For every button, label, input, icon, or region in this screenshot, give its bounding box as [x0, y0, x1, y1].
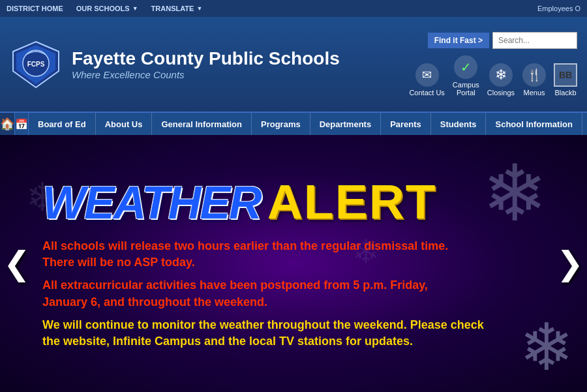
blackboard-link[interactable]: BB Blackb	[554, 63, 577, 97]
nav-board-of-ed[interactable]: Board of Ed	[29, 113, 96, 135]
email-icon: ✉	[415, 63, 439, 87]
home-icon: 🏠	[0, 117, 14, 131]
dropdown-arrow: ▼	[196, 5, 202, 12]
top-navigation: DISTRICT HOME OUR SCHOOLS ▼ TRANSLATE ▼	[7, 5, 202, 12]
nav-about-us[interactable]: About Us	[96, 113, 153, 135]
alert-line-1: All schools will release two hours earli…	[42, 238, 466, 271]
campus-portal-link[interactable]: ✓ Campus Portal	[453, 55, 479, 97]
icon-links-row: ✉ Contact Us ✓ Campus Portal ❄ Closings …	[409, 55, 577, 97]
calendar-button[interactable]: 📅	[15, 113, 29, 135]
find-it-fast-button[interactable]: Find it Fast >	[428, 33, 489, 48]
nav-translate[interactable]: TRANSLATE ▼	[151, 5, 203, 12]
top-bar: DISTRICT HOME OUR SCHOOLS ▼ TRANSLATE ▼ …	[0, 0, 587, 17]
main-navbar: 🏠 📅 Board of Ed About Us General Informa…	[0, 112, 587, 135]
nav-school-information[interactable]: School Information	[486, 113, 582, 135]
employees-link[interactable]: Employees O	[537, 5, 580, 12]
alert-word: ALERT	[267, 177, 437, 226]
school-tagline: Where Excellence Counts	[72, 69, 340, 80]
closings-link[interactable]: ❄ Closings	[487, 63, 515, 97]
dropdown-arrow: ▼	[132, 5, 138, 12]
weather-alert-title: WEATHER ALERT	[42, 177, 486, 226]
alert-line-3: We will continue to monitor the weather …	[42, 317, 486, 350]
header: FCPS Fayette County Public Schools Where…	[0, 17, 587, 112]
contact-us-link[interactable]: ✉ Contact Us	[409, 63, 444, 97]
snowflake-icon: ❄	[489, 63, 513, 87]
nav-our-schools[interactable]: OUR SCHOOLS ▼	[76, 5, 138, 12]
school-name: Fayette County Public Schools	[72, 48, 340, 69]
weather-word: WEATHER	[42, 180, 261, 226]
alert-body: All schools will release two hours earli…	[42, 238, 486, 350]
search-input[interactable]	[492, 32, 577, 49]
checkmark-icon: ✓	[454, 55, 477, 79]
school-logo: FCPS	[10, 38, 62, 91]
nav-parents[interactable]: Parents	[381, 113, 431, 135]
slideshow-prev-button[interactable]: ❮	[3, 247, 31, 280]
nav-general-information[interactable]: General Information	[152, 113, 252, 135]
nav-students[interactable]: Students	[431, 113, 487, 135]
calendar-icon: 📅	[15, 118, 28, 130]
menus-link[interactable]: 🍴 Menus	[522, 63, 546, 97]
slideshow-next-button[interactable]: ❯	[556, 247, 584, 280]
fork-knife-icon: 🍴	[522, 63, 546, 87]
nav-programs[interactable]: Programs	[252, 113, 310, 135]
nav-departments[interactable]: Departments	[310, 113, 381, 135]
find-it-fast: Find it Fast >	[428, 32, 577, 49]
alert-line-2: All extracurricular activities have been…	[42, 277, 466, 310]
bb-icon: BB	[554, 63, 577, 87]
quick-links: Find it Fast > ✉ Contact Us ✓ Campus Por…	[409, 32, 577, 97]
nav-staff[interactable]: Staff	[582, 113, 587, 135]
hero-slideshow: ❄ ❄ ❄ ❄ ❮ WEATHER ALERT All schools will…	[0, 135, 587, 392]
svg-text:FCPS: FCPS	[27, 61, 45, 68]
nav-district-home[interactable]: DISTRICT HOME	[7, 5, 63, 12]
school-name-area: Fayette County Public Schools Where Exce…	[72, 48, 340, 80]
logo-area: FCPS Fayette County Public Schools Where…	[10, 38, 409, 91]
home-button[interactable]: 🏠	[0, 113, 15, 135]
hero-content: WEATHER ALERT All schools will release t…	[0, 164, 532, 363]
